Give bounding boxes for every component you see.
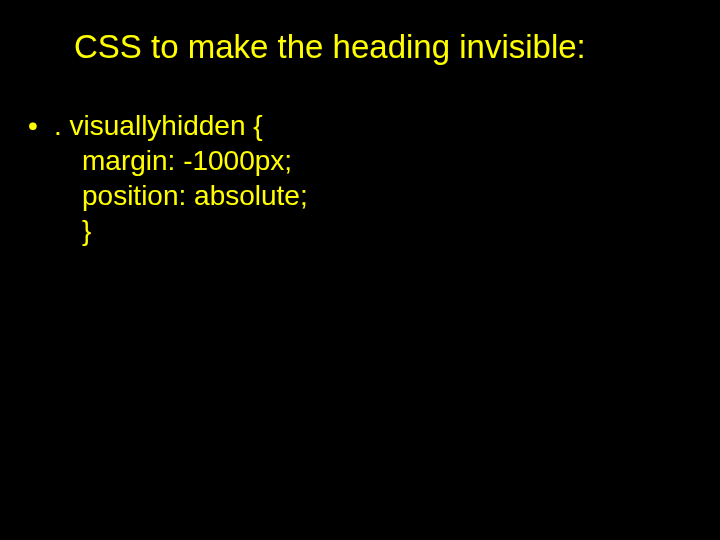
code-line-1: . visuallyhidden { xyxy=(54,108,680,143)
slide-title: CSS to make the heading invisible: xyxy=(74,28,680,66)
bullet-list: . visuallyhidden { margin: -1000px; posi… xyxy=(26,108,680,248)
code-line-4: } xyxy=(54,213,680,248)
slide: CSS to make the heading invisible: . vis… xyxy=(0,0,720,540)
code-line-3: position: absolute; xyxy=(54,178,680,213)
bullet-item: . visuallyhidden { margin: -1000px; posi… xyxy=(26,108,680,248)
code-line-2: margin: -1000px; xyxy=(54,143,680,178)
slide-body: . visuallyhidden { margin: -1000px; posi… xyxy=(26,108,680,252)
